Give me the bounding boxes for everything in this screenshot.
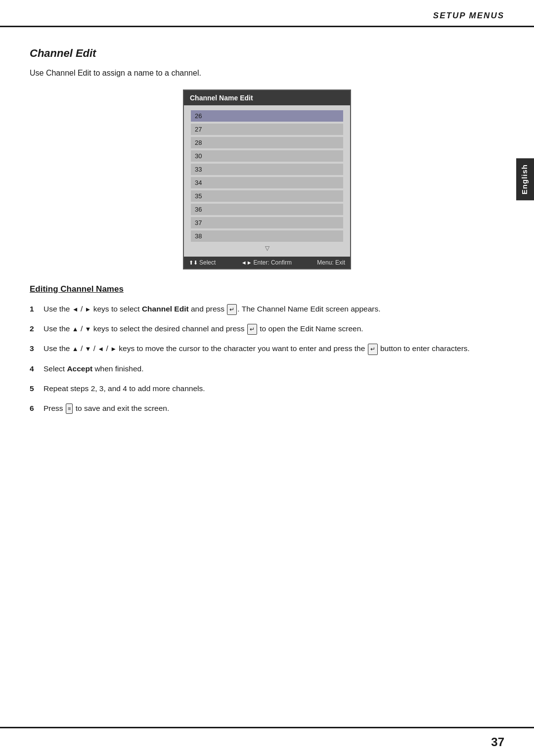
step-text: Use the ▲ / ▼ keys to select the desired…: [44, 323, 504, 335]
editing-section: Editing Channel Names 1Use the ◄ / ► key…: [30, 284, 504, 414]
arrow-key-icon: ▲: [72, 345, 79, 353]
step-number: 6: [30, 402, 39, 414]
channel-row[interactable]: 28: [191, 137, 343, 148]
channel-name-edit-box: Channel Name Edit 26272830333435363738 ▽…: [183, 89, 351, 269]
editing-section-heading: Editing Channel Names: [30, 284, 504, 294]
step-item: 4Select Accept when finished.: [30, 363, 504, 375]
channel-row[interactable]: 26: [191, 110, 343, 122]
channel-row[interactable]: 37: [191, 217, 343, 228]
channel-row[interactable]: 34: [191, 177, 343, 188]
arrow-key-icon: ▼: [85, 325, 91, 333]
step-number: 1: [30, 303, 39, 315]
channel-list: 26272830333435363738: [191, 110, 343, 242]
ui-box-body: 26272830333435363738 ▽: [184, 105, 350, 257]
enter-icon: ↵: [247, 324, 257, 335]
step-text: Use the ▲ / ▼ / ◄ / ► keys to move the c…: [44, 343, 504, 355]
leftright-icon: ◄►: [241, 260, 252, 266]
step-text: Press ≡ to save and exit the screen.: [44, 402, 504, 414]
scroll-down-arrow: ▽: [191, 244, 343, 254]
updown-icon: ⬆⬇: [189, 260, 198, 266]
channel-row[interactable]: 27: [191, 124, 343, 135]
arrow-key-icon: ◄: [97, 345, 104, 353]
bold-text: Accept: [67, 364, 92, 373]
step-number: 2: [30, 323, 39, 335]
bottom-bar: 37: [0, 727, 534, 756]
step-number: 5: [30, 383, 39, 395]
page-container: SETUP MENUS English Channel Edit Use Cha…: [0, 0, 534, 756]
language-side-tab: English: [516, 158, 534, 200]
arrow-key-icon: ▼: [85, 345, 91, 353]
ui-box-header: Channel Name Edit: [184, 90, 350, 105]
arrow-key-icon: ◄: [72, 306, 79, 313]
enter-icon: ↵: [227, 304, 237, 315]
step-text: Select Accept when finished.: [44, 363, 504, 375]
footer-menu: Menu: Exit: [317, 259, 345, 266]
ui-box-footer: ⬆⬇ Select ◄► Enter: Confirm Menu: Exit: [184, 257, 350, 268]
footer-enter: ◄► Enter: Confirm: [241, 259, 292, 266]
step-text: Repeat steps 2, 3, and 4 to add more cha…: [44, 383, 504, 395]
footer-select: ⬆⬇ Select: [189, 259, 216, 266]
page-number: 37: [491, 735, 504, 749]
main-content: Channel Edit Use Channel Edit to assign …: [0, 27, 534, 442]
step-item: 1Use the ◄ / ► keys to select Channel Ed…: [30, 303, 504, 315]
channel-row[interactable]: 33: [191, 164, 343, 175]
arrow-key-icon: ►: [85, 306, 91, 313]
step-item: 3Use the ▲ / ▼ / ◄ / ► keys to move the …: [30, 343, 504, 355]
channel-row[interactable]: 35: [191, 190, 343, 202]
ui-box-container: Channel Name Edit 26272830333435363738 ▽…: [30, 89, 504, 269]
steps-list: 1Use the ◄ / ► keys to select Channel Ed…: [30, 303, 504, 414]
menu-icon: ≡: [66, 403, 73, 414]
enter-icon: ↵: [368, 344, 378, 355]
channel-row[interactable]: 30: [191, 150, 343, 162]
step-number: 3: [30, 343, 39, 355]
step-item: 2Use the ▲ / ▼ keys to select the desire…: [30, 323, 504, 335]
channel-row[interactable]: 38: [191, 230, 343, 242]
header-section: SETUP MENUS: [0, 0, 534, 27]
arrow-key-icon: ▲: [72, 325, 79, 333]
section-title: Channel Edit: [30, 47, 504, 60]
step-item: 5Repeat steps 2, 3, and 4 to add more ch…: [30, 383, 504, 395]
arrow-key-icon: ►: [110, 345, 117, 353]
step-number: 4: [30, 363, 39, 375]
step-item: 6Press ≡ to save and exit the screen.: [30, 402, 504, 414]
header-title: SETUP MENUS: [433, 11, 504, 21]
channel-row[interactable]: 36: [191, 204, 343, 215]
step-text: Use the ◄ / ► keys to select Channel Edi…: [44, 303, 504, 315]
intro-text: Use Channel Edit to assign a name to a c…: [30, 69, 504, 78]
bold-text: Channel Edit: [142, 305, 189, 313]
